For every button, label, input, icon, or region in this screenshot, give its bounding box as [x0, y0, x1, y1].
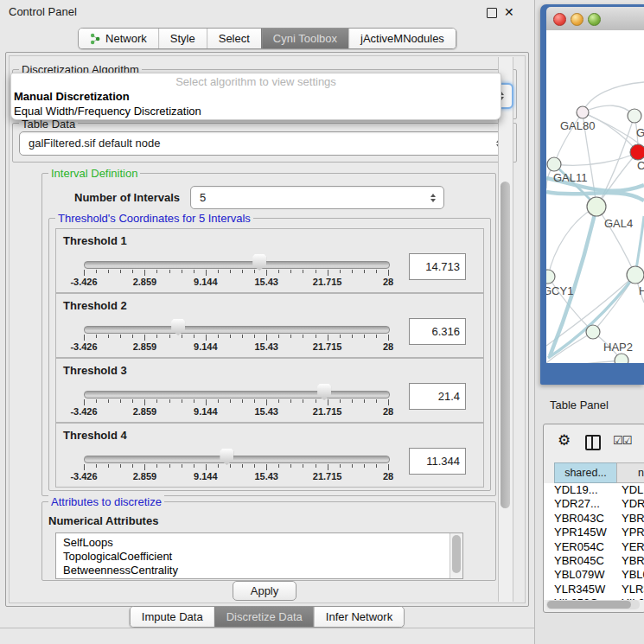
table-data-combobox-value: galFiltered.sif default node — [29, 137, 160, 150]
float-window-icon[interactable] — [487, 8, 497, 18]
cell-shared-name: YDL19... — [554, 483, 598, 497]
slider-tick-labels: -3.4262.8599.14415.4321.71528 — [84, 277, 388, 287]
spinner-arrows-icon — [430, 194, 436, 202]
cell-shared-name: YBR043C — [554, 512, 604, 526]
algorithm-dropdown-popup: Select algorithm to view settings Manual… — [10, 73, 501, 120]
node-label: C — [637, 159, 644, 172]
cell-name: YBR0 — [622, 512, 644, 526]
threshold-value-field[interactable]: 11.344 — [409, 448, 466, 475]
dropdown-option-manual[interactable]: Manual Discretization — [11, 89, 501, 104]
screenshot-root: Control Panel ✕ NetworkStyleSelectCyni T… — [0, 0, 644, 644]
threshold-panel-4: Threshold 4-3.4262.8599.14415.4321.71528… — [55, 423, 484, 488]
threshold-panel-3: Threshold 3-3.4262.8599.14415.4321.71528… — [55, 358, 484, 423]
cell-shared-name: YDR27... — [554, 497, 600, 511]
attribute-list-item[interactable]: TopologicalCoefficient — [56, 550, 462, 564]
tab-cyni-toolbox[interactable]: Cyni Toolbox — [261, 29, 348, 48]
threshold-value-field[interactable]: 21.4 — [409, 383, 466, 410]
column-header-shared-name[interactable]: shared... — [554, 462, 617, 483]
slider-ticks — [84, 399, 388, 406]
threshold-slider-track[interactable] — [84, 456, 390, 463]
panel-vertical-scrollbar[interactable] — [498, 57, 513, 602]
node-label: HAP2 — [603, 341, 633, 354]
slider-ticks — [84, 335, 388, 341]
table-row[interactable]: YBR045CYBR0 — [544, 554, 644, 568]
network-node[interactable] — [586, 325, 600, 339]
zoom-button[interactable] — [588, 13, 601, 26]
network-node[interactable] — [615, 354, 628, 363]
table-row[interactable]: YPR145WYPR1 — [544, 526, 644, 539]
numerical-attributes-list[interactable]: SelfLoopsTopologicalCoefficientBetweenne… — [55, 532, 463, 579]
slider-ticks — [84, 270, 388, 277]
slider-tick-labels: -3.4262.8599.14415.4321.71528 — [84, 341, 388, 352]
slider-ticks — [84, 464, 388, 471]
tab-jactivemnodules[interactable]: jActiveMNodules — [348, 29, 456, 48]
table-row[interactable]: YLR345WYLR3 — [544, 583, 644, 596]
close-button[interactable] — [553, 13, 566, 26]
node-label: H — [639, 284, 644, 297]
gear-icon[interactable]: ⚙ — [558, 431, 571, 450]
threshold-value-field[interactable]: 6.316 — [409, 318, 466, 345]
cell-shared-name: YBL079W — [554, 568, 605, 582]
column-header-name[interactable]: n — [616, 462, 644, 483]
node-label: GAL11 — [553, 171, 588, 184]
table-horizontal-scrollbar[interactable] — [546, 600, 640, 609]
table-row[interactable]: YER054CYER0 — [544, 540, 644, 554]
network-node[interactable] — [630, 144, 644, 160]
control-panel-window: Control Panel ✕ NetworkStyleSelectCyni T… — [0, 0, 535, 644]
panel-scrollbar-thumb[interactable] — [501, 182, 510, 508]
tab-impute-data[interactable]: Impute Data — [131, 607, 214, 627]
table-panel-title: Table Panel — [550, 399, 609, 411]
threshold-label: Threshold 1 — [63, 234, 127, 247]
apply-button[interactable]: Apply — [233, 581, 296, 601]
network-node[interactable] — [547, 157, 561, 171]
node-label: GCY1 — [546, 284, 573, 297]
threshold-label: Threshold 2 — [63, 299, 127, 312]
threshold-label: Threshold 4 — [63, 429, 127, 442]
attribute-list-item[interactable]: SelfLoops — [56, 536, 462, 550]
table-rows-viewport: YDL19...YDL1YDR27...YDR2YBR043CYBR0YPR14… — [544, 483, 644, 600]
tab-infer-network[interactable]: Infer Network — [314, 607, 404, 627]
table-row[interactable]: YDR27...YDR2 — [544, 497, 644, 511]
tab-discretize-data[interactable]: Discretize Data — [214, 607, 314, 627]
number-of-intervals-spinner[interactable]: 5 — [190, 186, 444, 209]
threshold-slider-track[interactable] — [84, 326, 390, 334]
tab-network[interactable]: Network — [79, 29, 158, 48]
table-scrollbar-thumb[interactable] — [547, 601, 631, 609]
close-window-icon[interactable]: ✕ — [504, 0, 514, 24]
node-label: GAL4 — [604, 217, 633, 230]
network-icon — [90, 33, 101, 45]
checkbox-pair-icon[interactable]: ☑☑ — [613, 434, 631, 447]
network-node[interactable] — [577, 106, 589, 118]
dropdown-option-equal-width[interactable]: Equal Width/Frequency Discretization — [11, 104, 501, 118]
table-row[interactable]: YDL19...YDL1 — [544, 483, 644, 497]
window-bottom-edge — [0, 628, 534, 628]
tab-select[interactable]: Select — [207, 29, 261, 48]
table-panel-window: ⚙ ☑☑ shared... n YDL19...YDL1YDR27...YDR… — [543, 424, 644, 613]
tab-label: Discretize Data — [226, 607, 303, 627]
dropdown-placeholder-option[interactable]: Select algorithm to view settings — [11, 73, 501, 89]
table-row[interactable]: YBL079WYBL0 — [544, 568, 644, 582]
tab-style[interactable]: Style — [158, 29, 207, 48]
table-row[interactable]: YBR043CYBR0 — [544, 512, 644, 526]
tab-label: Cyni Toolbox — [273, 29, 337, 48]
network-canvas[interactable]: GAL80GCGAL11GAL4GCY1HHAP2 — [546, 30, 644, 363]
network-node[interactable] — [546, 270, 555, 284]
cell-name: YDR2 — [622, 497, 644, 511]
table-data-combobox[interactable]: galFiltered.sif default node — [19, 131, 510, 156]
attributes-list-scrollbar[interactable] — [450, 533, 462, 578]
threshold-value-field[interactable]: 14.713 — [409, 253, 466, 280]
attribute-list-item[interactable]: BetweennessCentrality — [56, 564, 462, 577]
table-columns-icon[interactable] — [585, 435, 601, 450]
threshold-slider-track[interactable] — [84, 261, 390, 269]
threshold-label: Threshold 3 — [63, 364, 127, 377]
cell-shared-name: YBR045C — [554, 554, 604, 568]
attributes-group-label: Attributes to discretize — [48, 495, 164, 508]
network-node[interactable] — [587, 197, 606, 216]
network-window-titlebar — [546, 7, 644, 31]
control-panel-titlebar: Control Panel ✕ — [0, 0, 534, 24]
threshold-slider-track[interactable] — [84, 391, 390, 399]
network-node[interactable] — [628, 109, 641, 123]
network-graph — [546, 30, 644, 363]
minimize-button[interactable] — [571, 13, 583, 26]
network-node[interactable] — [627, 266, 644, 284]
